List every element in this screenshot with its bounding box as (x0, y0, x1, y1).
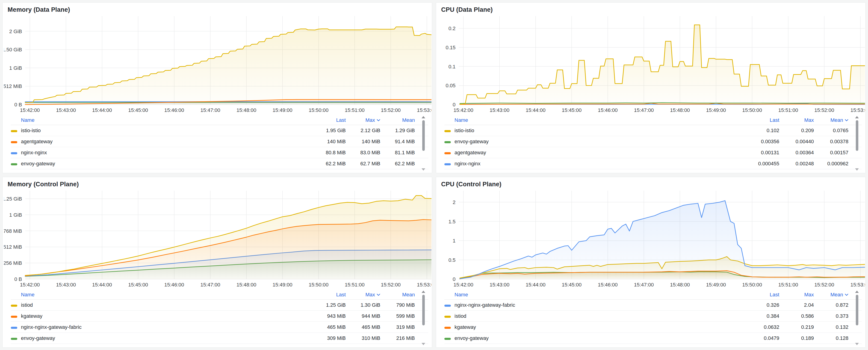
series-name[interactable]: nginx-nginx (455, 161, 745, 167)
scrollbar-thumb[interactable] (856, 120, 858, 151)
panel-title[interactable]: Memory (Control Plane) (8, 181, 432, 188)
legend-header-mean[interactable]: Mean (380, 117, 415, 123)
panel-title[interactable]: CPU (Data Plane) (441, 6, 865, 13)
scroll-up-icon[interactable] (422, 116, 425, 118)
scroll-up-icon[interactable] (422, 290, 425, 293)
series-name[interactable]: envoy-gateway (21, 335, 311, 341)
legend-header-name[interactable]: Name (455, 292, 745, 298)
legend-row: nginx-nginx0.0004550.002480.000962 (444, 158, 862, 169)
legend-header-max[interactable]: Max (346, 117, 380, 123)
y-tick-label: 2 GiB (9, 29, 22, 34)
legend-value-last: 0.00356 (745, 139, 779, 145)
legend-value-max: 0.00248 (779, 161, 814, 167)
series-name[interactable]: envoy-gateway (455, 335, 745, 341)
series-name[interactable]: istio-istio (21, 128, 311, 134)
y-tick-label: 1.25 GiB (4, 196, 22, 202)
series-name[interactable]: agentgateway (21, 139, 311, 145)
legend-header-label: Mean (402, 292, 415, 298)
series-name[interactable]: istiod (455, 313, 745, 319)
x-tick-label: 15:43:00 (490, 107, 509, 113)
legend-header-max[interactable]: Max (346, 292, 380, 298)
scrollbar-thumb[interactable] (422, 120, 425, 151)
legend-header-name[interactable]: Name (21, 292, 311, 298)
legend-header-mean[interactable]: Mean (814, 292, 848, 298)
series-color-chip (444, 163, 451, 165)
x-tick-label: 15:49:00 (273, 282, 292, 288)
scroll-up-icon[interactable] (855, 116, 859, 118)
legend-scrollbar[interactable] (855, 116, 860, 171)
legend-row: envoy-gateway62.2 MiB62.7 MiB62.2 MiB (11, 158, 428, 169)
y-tick-label: 1 (453, 238, 456, 244)
scrollbar-thumb[interactable] (422, 295, 425, 325)
x-tick-label: 15:51:00 (345, 107, 365, 113)
legend-header-name[interactable]: Name (21, 117, 311, 123)
cpu-data-plane-chart[interactable]: 00.050.10.150.215:42:0015:43:0015:44:001… (436, 13, 865, 115)
legend-header-mean[interactable]: Mean (380, 292, 415, 298)
scrollbar-thumb[interactable] (856, 295, 858, 325)
timeseries-plot[interactable]: 00.511.5215:42:0015:43:0015:44:0015:45:0… (437, 189, 865, 288)
memory-data-plane-chart[interactable]: 0 B512 MiB1 GiB1.50 GiB2 GiB15:42:0015:4… (3, 13, 432, 115)
scroll-down-icon[interactable] (422, 168, 425, 171)
timeseries-plot[interactable]: 0 B512 MiB1 GiB1.50 GiB2 GiB15:42:0015:4… (4, 15, 431, 114)
panel-title[interactable]: CPU (Control Plane) (441, 181, 865, 188)
y-tick-label: 0 B (14, 102, 22, 108)
series-color-chip (11, 163, 17, 165)
scroll-down-icon[interactable] (855, 168, 859, 171)
legend-header-max[interactable]: Max (779, 292, 814, 298)
legend-scrollbar[interactable] (421, 116, 426, 171)
legend-row: nginx-nginx-gateway-fabric0.3262.040.872 (444, 300, 862, 311)
legend-chip-cell (444, 128, 455, 134)
series-name[interactable]: kgateway (21, 313, 311, 319)
panel-header[interactable]: CPU (Data Plane) (436, 3, 865, 13)
legend-header-max[interactable]: Max (779, 117, 814, 123)
scroll-down-icon[interactable] (855, 343, 859, 345)
legend-header-last[interactable]: Last (745, 292, 779, 298)
legend-header-label: Last (336, 292, 346, 298)
timeseries-plot[interactable]: 0 B256 MiB512 MiB768 MiB1 GiB1.25 GiB15:… (4, 189, 431, 288)
legend-header-name[interactable]: Name (455, 117, 745, 123)
legend-value-last: 0.00131 (745, 150, 779, 156)
scroll-down-icon[interactable] (422, 343, 425, 345)
legend-header-last[interactable]: Last (311, 292, 346, 298)
x-tick-label: 15:49:00 (273, 107, 292, 113)
series-name[interactable]: nginx-nginx-gateway-fabric (21, 324, 311, 330)
series-name[interactable]: envoy-gateway (455, 139, 745, 145)
legend-value-mean: 0.373 (814, 313, 848, 319)
series-color-chip (444, 316, 451, 318)
legend-scrollbar[interactable] (855, 290, 860, 345)
legend-value-max: 944 MiB (346, 313, 380, 319)
series-color-chip (444, 305, 451, 307)
legend-value-max: 0.00440 (779, 139, 814, 145)
legend-value-max: 2.12 GiB (346, 128, 380, 134)
legend-scrollbar[interactable] (421, 290, 426, 345)
x-tick-label: 15:49:00 (706, 107, 726, 113)
panel-title[interactable]: Memory (Data Plane) (8, 6, 432, 13)
y-tick-label: 2 (453, 200, 456, 205)
series-name[interactable]: istio-istio (455, 128, 745, 134)
series-name[interactable]: istiod (21, 302, 311, 308)
legend-header-label: Last (336, 117, 346, 123)
series-name[interactable]: envoy-gateway (21, 161, 311, 167)
legend-header-last[interactable]: Last (745, 117, 779, 123)
legend-value-max: 0.219 (779, 324, 814, 330)
series-name[interactable]: nginx-nginx-gateway-fabric (455, 302, 745, 308)
series-name[interactable]: nginx-nginx (21, 150, 311, 156)
series-name[interactable]: agentgateway (455, 150, 745, 156)
y-tick-label: 768 MiB (4, 228, 22, 234)
timeseries-plot[interactable]: 00.050.10.150.215:42:0015:43:0015:44:001… (437, 15, 865, 114)
scroll-up-icon[interactable] (855, 290, 859, 293)
panel-header[interactable]: Memory (Data Plane) (3, 3, 432, 13)
legend-value-mean: 0.00378 (814, 139, 848, 145)
legend-header-last[interactable]: Last (311, 117, 346, 123)
x-tick-label: 15:45:00 (562, 107, 582, 113)
series-name[interactable]: kgateway (455, 324, 745, 330)
x-tick-label: 15:50:00 (742, 107, 762, 113)
panel-header[interactable]: CPU (Control Plane) (436, 177, 865, 188)
series-color-chip (444, 338, 451, 340)
legend-row: istio-istio1.95 GiB2.12 GiB1.29 GiB (11, 125, 428, 136)
legend-header-mean[interactable]: Mean (814, 117, 848, 123)
panel-header[interactable]: Memory (Control Plane) (3, 177, 432, 188)
sort-chevron-down-icon (845, 119, 848, 121)
memory-control-plane-chart[interactable]: 0 B256 MiB512 MiB768 MiB1 GiB1.25 GiB15:… (3, 188, 432, 290)
cpu-control-plane-chart[interactable]: 00.511.5215:42:0015:43:0015:44:0015:45:0… (436, 188, 865, 290)
